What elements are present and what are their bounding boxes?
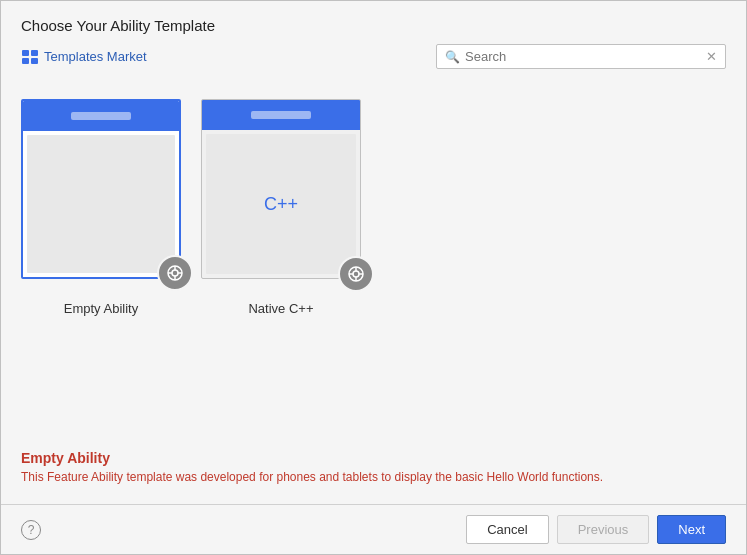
title-text: Choose Your Ability Template (21, 17, 215, 34)
footer-buttons: Cancel Previous Next (466, 515, 726, 544)
thumb-header-bar (71, 112, 131, 120)
thumb-header-cpp (202, 100, 360, 130)
thumbnail-empty-ability (21, 99, 181, 279)
footer-left: ? (21, 520, 41, 540)
template-card-empty-ability[interactable]: Empty Ability (21, 99, 181, 316)
thumb-badge-cpp (338, 256, 374, 292)
market-label: Templates Market (44, 49, 147, 64)
cancel-button[interactable]: Cancel (466, 515, 548, 544)
info-section: Empty Ability This Feature Ability templ… (21, 440, 726, 494)
help-icon[interactable]: ? (21, 520, 41, 540)
svg-point-5 (172, 270, 178, 276)
svg-rect-0 (22, 50, 29, 56)
badge-icon (165, 263, 185, 283)
dialog-footer: ? Cancel Previous Next (1, 504, 746, 554)
info-title: Empty Ability (21, 450, 726, 466)
svg-point-11 (353, 271, 359, 277)
thumb-badge-empty (157, 255, 193, 291)
thumb-body-cpp: C++ (206, 134, 356, 274)
clear-icon[interactable]: ✕ (706, 49, 717, 64)
previous-button[interactable]: Previous (557, 515, 650, 544)
dialog-title: Choose Your Ability Template (1, 1, 746, 44)
templates-market-link[interactable]: Templates Market (21, 49, 147, 65)
templates-grid: Empty Ability C++ (21, 89, 726, 326)
info-description: This Feature Ability template was develo… (21, 470, 726, 484)
thumbnail-native-cpp: C++ (201, 99, 361, 279)
next-button[interactable]: Next (657, 515, 726, 544)
template-card-native-cpp[interactable]: C++ Native C++ (201, 99, 361, 316)
badge-icon-cpp (346, 264, 366, 284)
template-label-cpp: Native C++ (248, 301, 313, 316)
svg-rect-2 (22, 58, 29, 64)
thumb-body-empty (27, 135, 175, 273)
svg-rect-3 (31, 58, 38, 64)
svg-rect-1 (31, 50, 38, 56)
template-label-empty: Empty Ability (64, 301, 138, 316)
thumb-header-bar-cpp (251, 111, 311, 119)
cpp-text: C++ (264, 194, 298, 215)
search-box[interactable]: 🔍 ✕ (436, 44, 726, 69)
thumb-header (23, 101, 179, 131)
toolbar: Templates Market 🔍 ✕ (1, 44, 746, 79)
search-icon: 🔍 (445, 50, 460, 64)
dialog: Choose Your Ability Template Templates M… (0, 0, 747, 555)
content-area: Empty Ability C++ (1, 79, 746, 504)
market-icon (21, 49, 39, 65)
search-input[interactable] (465, 49, 701, 64)
